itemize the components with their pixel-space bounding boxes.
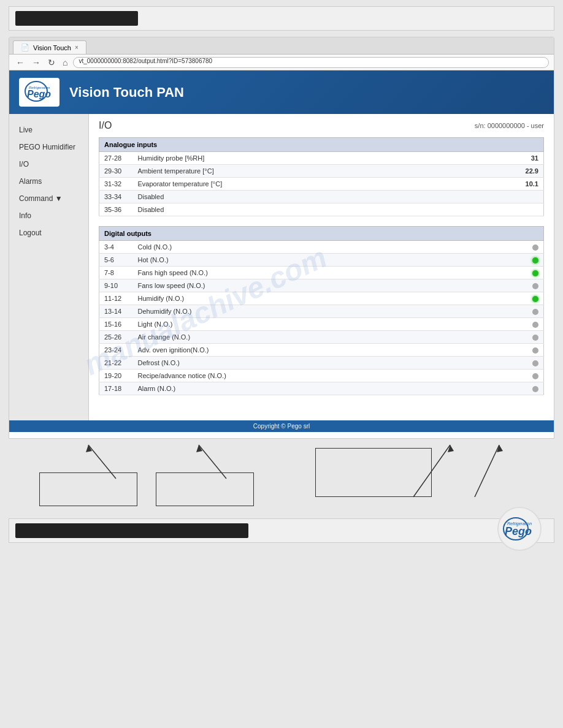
digital-output-row: 21-22 Defrost (N.O.) (99, 357, 544, 370)
back-button[interactable]: ← (14, 58, 26, 67)
page-header: Refrigeration Pego Vision Touch PAN (9, 70, 554, 114)
led-indicator (532, 296, 538, 302)
content-area: I/O s/n: 0000000000 - user Analogue inpu… (89, 114, 554, 420)
row-led (507, 292, 544, 305)
row-id: 31-32 (99, 178, 133, 191)
led-indicator (532, 245, 538, 251)
led-indicator (532, 373, 538, 379)
analogue-input-row: 27-28 Humidity probe [%RH] 31 (99, 152, 544, 165)
sidebar-item-label: Logout (19, 229, 42, 237)
digital-output-row: 25-26 Air change (N.O.) (99, 331, 544, 344)
row-led (507, 254, 544, 267)
home-button[interactable]: ⌂ (61, 58, 69, 67)
row-id: 23-24 (99, 344, 133, 357)
serial-info: s/n: 0000000000 - user (475, 122, 544, 129)
sidebar-item-live[interactable]: Live (9, 121, 88, 138)
browser-tab[interactable]: 📄 Vision Touch × (13, 40, 86, 54)
address-bar: ← → ↻ ⌂ vt_0000000000:8082/output.html?I… (9, 55, 554, 70)
top-bar-content (15, 11, 138, 26)
led-indicator (532, 283, 538, 289)
row-id: 35-36 (99, 203, 133, 216)
row-id: 33-34 (99, 191, 133, 203)
row-id: 17-18 (99, 382, 133, 395)
forward-button[interactable]: → (30, 58, 42, 67)
row-id: 11-12 (99, 292, 133, 305)
row-led (507, 279, 544, 292)
svg-marker-8 (448, 445, 454, 452)
row-id: 27-28 (99, 152, 133, 165)
row-name: Alarm (N.O.) (133, 382, 507, 395)
digital-output-row: 9-10 Fans low speed (N.O.) (99, 279, 544, 292)
sidebar-item-logout[interactable]: Logout (9, 224, 88, 241)
analogue-input-row: 33-34 Disabled (99, 191, 544, 203)
address-field[interactable]: vt_0000000000:8082/output.html?ID=573806… (73, 57, 549, 68)
sidebar-item-label: Info (19, 211, 31, 220)
digital-output-row: 7-8 Fans high speed (N.O.) (99, 267, 544, 279)
row-name: Disabled (133, 191, 507, 203)
row-name: Disabled (133, 203, 507, 216)
sidebar-item-label: PEGO Humidifier (19, 143, 75, 151)
row-id: 13-14 (99, 305, 133, 318)
analogue-input-row: 29-30 Ambient temperature [°C] 22.9 (99, 165, 544, 178)
led-indicator (532, 257, 538, 264)
digital-output-row: 13-14 Dehumidify (N.O.) (99, 305, 544, 318)
row-led (507, 267, 544, 279)
main-layout: Live PEGO Humidifier I/O Alarms Command … (9, 114, 554, 420)
sidebar-item-io[interactable]: I/O (9, 156, 88, 173)
browser-tabs: 📄 Vision Touch × (9, 37, 554, 55)
led-indicator (532, 270, 538, 276)
sidebar-item-info[interactable]: Info (9, 207, 88, 224)
row-name: Light (N.O.) (133, 318, 507, 331)
row-name: Air change (N.O.) (133, 331, 507, 344)
row-value: 10.1 (507, 178, 544, 191)
digital-output-row: 11-12 Humidify (N.O.) (99, 292, 544, 305)
page-content: Refrigeration Pego Vision Touch PAN Live… (9, 70, 554, 438)
sidebar-item-alarms[interactable]: Alarms (9, 173, 88, 190)
page-title: Vision Touch PAN (69, 85, 184, 100)
tab-icon: 📄 (21, 44, 29, 51)
analogue-inputs-header: Analogue inputs (99, 138, 544, 152)
sidebar-item-command[interactable]: Command ▼ (9, 190, 88, 207)
row-id: 9-10 (99, 279, 133, 292)
tab-close-button[interactable]: × (75, 44, 79, 51)
digital-output-row: 15-16 Light (N.O.) (99, 318, 544, 331)
content-title: I/O (99, 120, 112, 131)
row-id: 3-4 (99, 241, 133, 254)
row-name: Adv. oven ignition(N.O.) (133, 344, 507, 357)
row-value: 31 (507, 152, 544, 165)
sidebar-item-pego-humidifier[interactable]: PEGO Humidifier (9, 138, 88, 156)
row-name: Cold (N.O.) (133, 241, 507, 254)
row-id: 7-8 (99, 267, 133, 279)
row-name: Dehumidify (N.O.) (133, 305, 507, 318)
page-footer: Copyright © Pego srl (9, 420, 554, 432)
reload-button[interactable]: ↻ (46, 58, 57, 67)
row-id: 5-6 (99, 254, 133, 267)
row-value (507, 203, 544, 216)
row-led (507, 357, 544, 370)
row-id: 25-26 (99, 331, 133, 344)
bottom-bar-content (15, 523, 248, 538)
led-indicator (532, 360, 538, 366)
digital-output-row: 3-4 Cold (N.O.) (99, 241, 544, 254)
logo-container: Refrigeration Pego (19, 78, 59, 107)
digital-outputs-table: Digital outputs 3-4 Cold (N.O.) 5-6 Hot … (99, 226, 544, 395)
row-name: Recipe/advance notice (N.O.) (133, 370, 507, 382)
content-header: I/O s/n: 0000000000 - user (99, 120, 544, 131)
browser-frame: 📄 Vision Touch × ← → ↻ ⌂ vt_0000000000:8… (9, 37, 554, 439)
sidebar-item-label: Live (19, 126, 33, 134)
row-name: Evaporator temperature [°C] (133, 178, 507, 191)
analogue-input-row: 35-36 Disabled (99, 203, 544, 216)
annotation-box-1 (39, 472, 137, 506)
annotation-box-3 (315, 448, 432, 497)
led-indicator (532, 322, 538, 328)
digital-outputs-header: Digital outputs (99, 227, 544, 241)
sidebar-item-label: Alarms (19, 177, 42, 186)
svg-marker-4 (86, 445, 92, 452)
row-name: Humidity probe [%RH] (133, 152, 507, 165)
digital-output-row: 5-6 Hot (N.O.) (99, 254, 544, 267)
led-indicator (532, 386, 538, 392)
annotation-area (9, 439, 554, 512)
svg-line-9 (475, 445, 499, 497)
led-indicator (532, 335, 538, 341)
digital-output-row: 23-24 Adv. oven ignition(N.O.) (99, 344, 544, 357)
